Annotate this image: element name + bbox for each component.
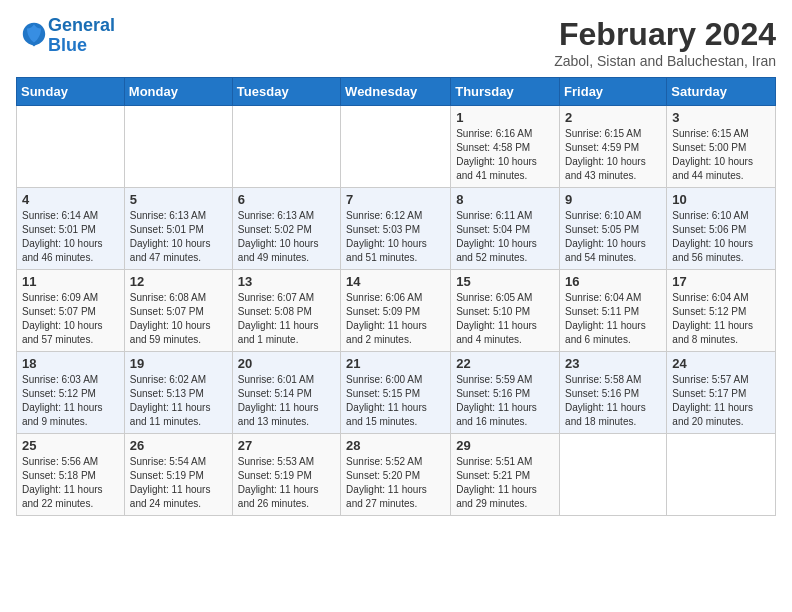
day-number: 17 <box>672 274 770 289</box>
day-cell <box>341 106 451 188</box>
day-cell: 25Sunrise: 5:56 AM Sunset: 5:18 PM Dayli… <box>17 434 125 516</box>
day-number: 21 <box>346 356 445 371</box>
day-cell: 2Sunrise: 6:15 AM Sunset: 4:59 PM Daylig… <box>560 106 667 188</box>
week-row-5: 25Sunrise: 5:56 AM Sunset: 5:18 PM Dayli… <box>17 434 776 516</box>
day-cell: 3Sunrise: 6:15 AM Sunset: 5:00 PM Daylig… <box>667 106 776 188</box>
day-number: 11 <box>22 274 119 289</box>
day-info: Sunrise: 6:13 AM Sunset: 5:02 PM Dayligh… <box>238 209 335 265</box>
day-cell: 19Sunrise: 6:02 AM Sunset: 5:13 PM Dayli… <box>124 352 232 434</box>
day-cell <box>232 106 340 188</box>
day-info: Sunrise: 6:06 AM Sunset: 5:09 PM Dayligh… <box>346 291 445 347</box>
day-cell: 11Sunrise: 6:09 AM Sunset: 5:07 PM Dayli… <box>17 270 125 352</box>
day-info: Sunrise: 6:14 AM Sunset: 5:01 PM Dayligh… <box>22 209 119 265</box>
week-row-2: 4Sunrise: 6:14 AM Sunset: 5:01 PM Daylig… <box>17 188 776 270</box>
day-number: 12 <box>130 274 227 289</box>
calendar-title: February 2024 <box>554 16 776 53</box>
day-info: Sunrise: 6:07 AM Sunset: 5:08 PM Dayligh… <box>238 291 335 347</box>
day-number: 9 <box>565 192 661 207</box>
day-info: Sunrise: 6:10 AM Sunset: 5:06 PM Dayligh… <box>672 209 770 265</box>
day-number: 6 <box>238 192 335 207</box>
day-info: Sunrise: 5:58 AM Sunset: 5:16 PM Dayligh… <box>565 373 661 429</box>
day-info: Sunrise: 5:56 AM Sunset: 5:18 PM Dayligh… <box>22 455 119 511</box>
day-cell: 28Sunrise: 5:52 AM Sunset: 5:20 PM Dayli… <box>341 434 451 516</box>
weekday-header-monday: Monday <box>124 78 232 106</box>
weekday-header-tuesday: Tuesday <box>232 78 340 106</box>
day-cell: 4Sunrise: 6:14 AM Sunset: 5:01 PM Daylig… <box>17 188 125 270</box>
day-number: 16 <box>565 274 661 289</box>
day-number: 29 <box>456 438 554 453</box>
day-info: Sunrise: 6:02 AM Sunset: 5:13 PM Dayligh… <box>130 373 227 429</box>
weekday-header-thursday: Thursday <box>451 78 560 106</box>
day-cell: 29Sunrise: 5:51 AM Sunset: 5:21 PM Dayli… <box>451 434 560 516</box>
day-info: Sunrise: 6:03 AM Sunset: 5:12 PM Dayligh… <box>22 373 119 429</box>
day-info: Sunrise: 6:04 AM Sunset: 5:11 PM Dayligh… <box>565 291 661 347</box>
weekday-header-friday: Friday <box>560 78 667 106</box>
day-cell <box>667 434 776 516</box>
day-cell: 22Sunrise: 5:59 AM Sunset: 5:16 PM Dayli… <box>451 352 560 434</box>
day-cell <box>124 106 232 188</box>
day-number: 25 <box>22 438 119 453</box>
day-number: 10 <box>672 192 770 207</box>
header: General Blue February 2024 Zabol, Sistan… <box>16 16 776 69</box>
day-cell: 8Sunrise: 6:11 AM Sunset: 5:04 PM Daylig… <box>451 188 560 270</box>
day-info: Sunrise: 5:51 AM Sunset: 5:21 PM Dayligh… <box>456 455 554 511</box>
day-number: 24 <box>672 356 770 371</box>
weekday-header-saturday: Saturday <box>667 78 776 106</box>
day-cell: 26Sunrise: 5:54 AM Sunset: 5:19 PM Dayli… <box>124 434 232 516</box>
day-cell: 10Sunrise: 6:10 AM Sunset: 5:06 PM Dayli… <box>667 188 776 270</box>
day-info: Sunrise: 5:54 AM Sunset: 5:19 PM Dayligh… <box>130 455 227 511</box>
day-info: Sunrise: 6:00 AM Sunset: 5:15 PM Dayligh… <box>346 373 445 429</box>
day-info: Sunrise: 6:11 AM Sunset: 5:04 PM Dayligh… <box>456 209 554 265</box>
day-cell: 24Sunrise: 5:57 AM Sunset: 5:17 PM Dayli… <box>667 352 776 434</box>
weekday-header-row: SundayMondayTuesdayWednesdayThursdayFrid… <box>17 78 776 106</box>
day-cell: 17Sunrise: 6:04 AM Sunset: 5:12 PM Dayli… <box>667 270 776 352</box>
day-info: Sunrise: 6:08 AM Sunset: 5:07 PM Dayligh… <box>130 291 227 347</box>
week-row-1: 1Sunrise: 6:16 AM Sunset: 4:58 PM Daylig… <box>17 106 776 188</box>
day-cell <box>560 434 667 516</box>
day-cell: 16Sunrise: 6:04 AM Sunset: 5:11 PM Dayli… <box>560 270 667 352</box>
day-cell: 13Sunrise: 6:07 AM Sunset: 5:08 PM Dayli… <box>232 270 340 352</box>
day-cell: 1Sunrise: 6:16 AM Sunset: 4:58 PM Daylig… <box>451 106 560 188</box>
day-info: Sunrise: 6:16 AM Sunset: 4:58 PM Dayligh… <box>456 127 554 183</box>
day-number: 28 <box>346 438 445 453</box>
day-number: 7 <box>346 192 445 207</box>
day-number: 3 <box>672 110 770 125</box>
day-cell: 20Sunrise: 6:01 AM Sunset: 5:14 PM Dayli… <box>232 352 340 434</box>
day-cell: 9Sunrise: 6:10 AM Sunset: 5:05 PM Daylig… <box>560 188 667 270</box>
day-info: Sunrise: 5:57 AM Sunset: 5:17 PM Dayligh… <box>672 373 770 429</box>
day-cell: 27Sunrise: 5:53 AM Sunset: 5:19 PM Dayli… <box>232 434 340 516</box>
day-cell: 6Sunrise: 6:13 AM Sunset: 5:02 PM Daylig… <box>232 188 340 270</box>
day-info: Sunrise: 6:04 AM Sunset: 5:12 PM Dayligh… <box>672 291 770 347</box>
day-number: 14 <box>346 274 445 289</box>
logo-text: General Blue <box>48 16 115 56</box>
day-number: 22 <box>456 356 554 371</box>
week-row-3: 11Sunrise: 6:09 AM Sunset: 5:07 PM Dayli… <box>17 270 776 352</box>
calendar-table: SundayMondayTuesdayWednesdayThursdayFrid… <box>16 77 776 516</box>
day-cell: 7Sunrise: 6:12 AM Sunset: 5:03 PM Daylig… <box>341 188 451 270</box>
day-info: Sunrise: 6:12 AM Sunset: 5:03 PM Dayligh… <box>346 209 445 265</box>
day-info: Sunrise: 6:13 AM Sunset: 5:01 PM Dayligh… <box>130 209 227 265</box>
day-cell: 15Sunrise: 6:05 AM Sunset: 5:10 PM Dayli… <box>451 270 560 352</box>
day-number: 26 <box>130 438 227 453</box>
day-number: 4 <box>22 192 119 207</box>
day-info: Sunrise: 6:15 AM Sunset: 4:59 PM Dayligh… <box>565 127 661 183</box>
day-cell <box>17 106 125 188</box>
day-cell: 23Sunrise: 5:58 AM Sunset: 5:16 PM Dayli… <box>560 352 667 434</box>
weekday-header-wednesday: Wednesday <box>341 78 451 106</box>
day-info: Sunrise: 6:10 AM Sunset: 5:05 PM Dayligh… <box>565 209 661 265</box>
day-number: 18 <box>22 356 119 371</box>
week-row-4: 18Sunrise: 6:03 AM Sunset: 5:12 PM Dayli… <box>17 352 776 434</box>
day-number: 8 <box>456 192 554 207</box>
day-number: 5 <box>130 192 227 207</box>
calendar-subtitle: Zabol, Sistan and Baluchestan, Iran <box>554 53 776 69</box>
day-number: 13 <box>238 274 335 289</box>
logo: General Blue <box>16 16 115 56</box>
day-info: Sunrise: 6:09 AM Sunset: 5:07 PM Dayligh… <box>22 291 119 347</box>
day-number: 1 <box>456 110 554 125</box>
day-number: 15 <box>456 274 554 289</box>
day-info: Sunrise: 5:59 AM Sunset: 5:16 PM Dayligh… <box>456 373 554 429</box>
day-number: 19 <box>130 356 227 371</box>
day-info: Sunrise: 6:05 AM Sunset: 5:10 PM Dayligh… <box>456 291 554 347</box>
day-number: 2 <box>565 110 661 125</box>
day-info: Sunrise: 5:53 AM Sunset: 5:19 PM Dayligh… <box>238 455 335 511</box>
